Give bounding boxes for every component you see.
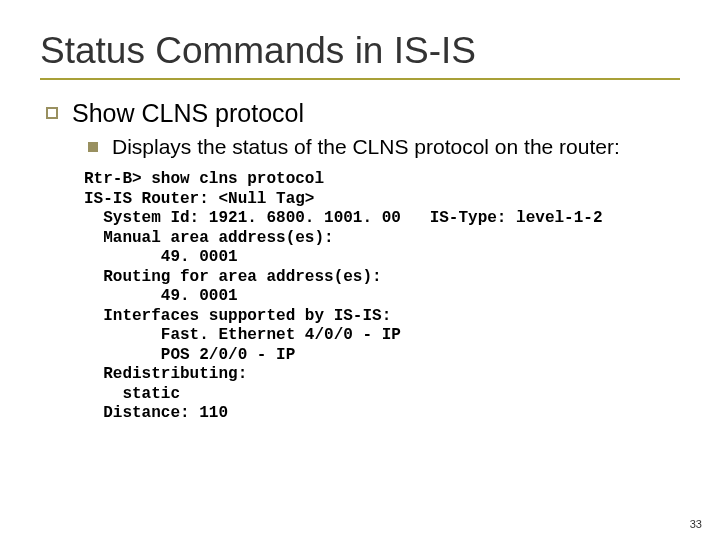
title-underline	[40, 78, 680, 80]
bullet-level1-text: Show CLNS protocol	[72, 98, 304, 128]
console-output: Rtr-B> show clns protocol IS-IS Router: …	[84, 170, 680, 424]
page-number: 33	[690, 518, 702, 530]
slide-title: Status Commands in IS-IS	[40, 30, 680, 72]
solid-square-bullet-icon	[88, 142, 98, 152]
bullet-level1: Show CLNS protocol	[46, 98, 680, 128]
bullet-level2-text: Displays the status of the CLNS protocol…	[112, 134, 620, 160]
square-bullet-icon	[46, 107, 58, 119]
bullet-level2: Displays the status of the CLNS protocol…	[88, 134, 680, 160]
